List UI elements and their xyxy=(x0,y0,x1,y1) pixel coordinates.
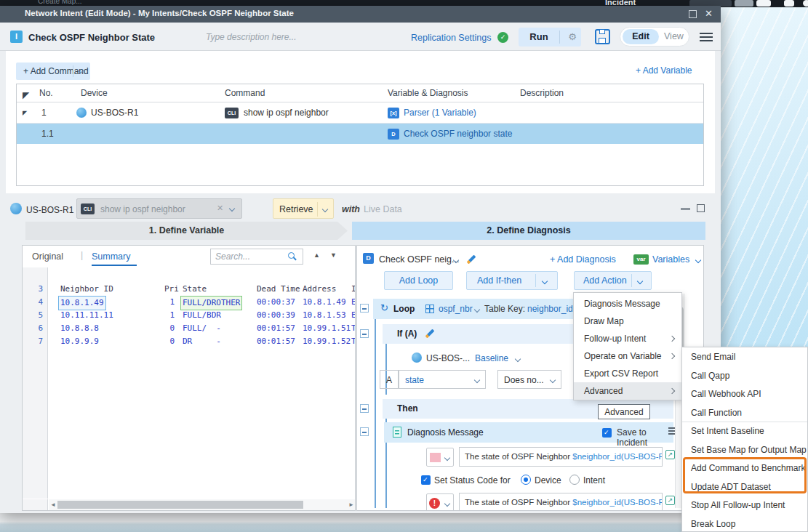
collapse-loop-icon[interactable] xyxy=(360,304,369,313)
menu-item-call-function[interactable]: Call Function xyxy=(682,404,807,423)
diagnosis-message-label: Diagnosis Message xyxy=(407,427,484,438)
collapse-all-icon[interactable]: ◤ xyxy=(23,90,29,100)
collapse-if-icon[interactable] xyxy=(360,329,369,338)
scrollbar-thumb[interactable] xyxy=(57,501,303,509)
chevron-down-icon[interactable] xyxy=(474,307,480,313)
menu-item-call-qapp[interactable]: Call Qapp xyxy=(682,367,807,386)
intent-radio[interactable] xyxy=(569,475,580,485)
add-command-button[interactable]: + Add Command xyxy=(16,63,90,80)
collapse-diagnosis-icon[interactable] xyxy=(360,427,369,436)
menu-item-draw-map[interactable]: Draw Map xyxy=(574,313,681,330)
search-icon[interactable] xyxy=(288,252,295,259)
menu-item-follow-up-intent[interactable]: Follow-up Intent xyxy=(574,330,681,347)
chevron-down-icon[interactable] xyxy=(444,501,450,507)
variables-dropdown[interactable]: Variables xyxy=(652,254,689,265)
diagnosis-name-select[interactable]: Check OSPF neig... xyxy=(379,254,459,265)
baseline-dropdown[interactable]: Baseline xyxy=(475,353,508,363)
menu-icon[interactable] xyxy=(700,33,713,34)
expand-section-icon[interactable] xyxy=(697,204,705,212)
device-radio[interactable] xyxy=(521,475,531,485)
scroll-left-icon[interactable]: ◄ xyxy=(50,501,56,508)
search-input[interactable] xyxy=(215,251,284,262)
edit-icon[interactable] xyxy=(467,255,476,265)
clear-icon[interactable]: ✕ xyxy=(217,203,223,213)
chevron-down-icon[interactable] xyxy=(229,206,235,211)
chevron-down-icon[interactable] xyxy=(515,356,521,362)
menu-item-send-email[interactable]: Send Email xyxy=(682,348,807,367)
horizontal-scrollbar[interactable]: ◄ ► xyxy=(49,499,356,511)
menu-item-break-loop[interactable]: Break Loop xyxy=(682,515,807,532)
chevron-down-icon[interactable] xyxy=(444,455,450,461)
search-box xyxy=(210,249,303,265)
next-match-icon[interactable]: ▼ xyxy=(330,251,337,259)
chevron-down-icon[interactable] xyxy=(695,257,701,263)
status-message-input[interactable]: The state of OSPF Neighbor $neighbor_id(… xyxy=(459,493,663,511)
menu-item-advanced[interactable]: Advanced xyxy=(574,382,681,400)
gutter-footer xyxy=(23,499,48,511)
status-code-select[interactable]: ! xyxy=(426,493,454,511)
table-row-selected[interactable]: 1.1 D Check OSPF neighbor state xyxy=(17,124,703,144)
save-icon[interactable] xyxy=(595,29,610,44)
edit-icon[interactable] xyxy=(425,329,435,339)
menu-item-set-base-map[interactable]: Set Base Map for Output Map xyxy=(682,441,807,460)
background-search-icon[interactable] xyxy=(735,0,753,7)
bell-icon[interactable] xyxy=(784,0,794,7)
add-diagnosis-link[interactable]: + Add Diagnosis xyxy=(550,254,616,265)
diagnosis-message-input[interactable]: The state of OSPF Neighbor $neighbor_id(… xyxy=(459,447,663,467)
scroll-right-icon[interactable]: ► xyxy=(348,501,354,508)
tab-original[interactable]: Original xyxy=(32,251,63,262)
retrieve-button[interactable]: Retrieve xyxy=(273,198,334,219)
device-icon xyxy=(76,108,87,118)
menu-item-call-webhook-api[interactable]: Call Webhook API xyxy=(682,385,807,404)
intent-radio-label: Intent xyxy=(583,475,605,485)
run-button-group: Run ⚙ xyxy=(519,28,581,47)
menu-item-diagnosis-message[interactable]: Diagnosis Message xyxy=(574,295,681,313)
chevron-down-icon[interactable] xyxy=(474,377,480,383)
add-action-button[interactable]: Add Action xyxy=(574,271,652,290)
condition-operator-select[interactable]: Does no... xyxy=(497,370,561,389)
divider: | xyxy=(81,250,83,260)
menu-item-operate-on-variable[interactable]: Operate on Variable xyxy=(574,347,681,365)
command-select[interactable]: CLI show ip ospf neighbor ✕ xyxy=(76,198,242,219)
maximize-icon[interactable] xyxy=(689,10,697,18)
collapse-row-icon[interactable]: ◤ xyxy=(23,110,27,116)
menu-item-stop-all-follow-up-intent[interactable]: Stop All Follow-up Intent xyxy=(682,496,807,515)
table-key-value[interactable]: neighbor_id xyxy=(527,304,573,314)
minimize-section-icon[interactable] xyxy=(681,208,690,210)
add-if-then-button[interactable]: Add If-then xyxy=(466,271,558,290)
collapse-then-icon[interactable] xyxy=(360,404,369,413)
chevron-down-icon[interactable] xyxy=(322,206,328,212)
chevron-down-icon[interactable] xyxy=(542,278,548,284)
gear-icon[interactable]: ⚙ xyxy=(564,28,581,46)
severity-color-select[interactable] xyxy=(426,448,454,467)
add-loop-button[interactable]: Add Loop xyxy=(384,271,453,290)
retrieve-label: Retrieve xyxy=(279,204,313,214)
run-button[interactable]: Run xyxy=(519,28,559,47)
avatar[interactable] xyxy=(803,0,808,7)
menu-item-add-command-to-benchmark[interactable]: Add Command to Benchmark xyxy=(682,459,807,478)
menu-item-export-csv-report[interactable]: Export CSV Report xyxy=(574,365,681,382)
menu-item-set-intent-baseline[interactable]: Set Intent Baseline xyxy=(682,422,807,441)
close-icon[interactable]: ✕ xyxy=(705,8,713,19)
row-parser-link[interactable]: Parser (1 Variable) xyxy=(404,108,476,118)
description-input[interactable] xyxy=(206,30,373,44)
add-variable-link[interactable]: + Add Variable xyxy=(636,65,692,76)
tab-summary[interactable]: Summary xyxy=(92,251,130,262)
expand-message-icon[interactable]: ↗ xyxy=(665,496,675,505)
save-to-incident-checkbox[interactable] xyxy=(602,428,612,438)
view-tab[interactable]: View xyxy=(664,31,684,41)
prev-match-icon[interactable]: ▲ xyxy=(313,251,320,259)
menu-item-update-adt-dataset[interactable]: Update ADT Dataset xyxy=(682,478,807,497)
edit-tab[interactable]: Edit xyxy=(623,29,659,44)
set-status-code-checkbox[interactable] xyxy=(421,475,431,485)
loop-label: Loop xyxy=(393,304,415,314)
loop-table-variable[interactable]: ospf_nbr xyxy=(439,304,473,314)
expand-message-icon[interactable]: ↗ xyxy=(665,450,675,459)
condition-variable-select[interactable]: state xyxy=(399,370,486,389)
chevron-down-icon[interactable] xyxy=(637,278,643,284)
chat-icon[interactable] xyxy=(756,0,771,7)
table-row[interactable]: ◤ 1 US-BOS-R1 CLI show ip ospf neighbor … xyxy=(17,102,703,124)
row-diagnosis-link[interactable]: Check OSPF neighbor state xyxy=(404,129,512,139)
replication-settings-link[interactable]: Replication Settings xyxy=(411,33,491,43)
chevron-down-icon[interactable] xyxy=(550,377,556,383)
